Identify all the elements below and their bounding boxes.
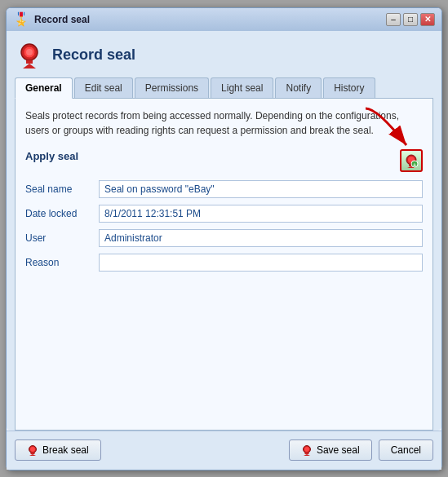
title-bar-title: Record seal xyxy=(34,14,90,25)
svg-point-2 xyxy=(26,49,33,55)
main-panel: Seals protect records from being accesse… xyxy=(15,99,433,431)
title-bar-controls: – □ ✕ xyxy=(386,13,435,26)
svg-point-13 xyxy=(30,447,35,452)
input-seal-name[interactable] xyxy=(99,180,423,198)
input-date-locked[interactable] xyxy=(99,205,423,223)
break-seal-icon xyxy=(27,444,38,456)
tab-bar: General Edit seal Permissions Light seal… xyxy=(15,77,433,99)
form-row-reason: Reason xyxy=(25,254,423,272)
tab-history[interactable]: History xyxy=(323,77,375,98)
header-section: Record seal xyxy=(15,39,433,71)
label-date-locked: Date locked xyxy=(25,208,99,219)
svg-rect-18 xyxy=(304,453,308,454)
save-seal-button[interactable]: Save seal xyxy=(289,439,372,461)
apply-seal-header: Apply seal + xyxy=(25,149,423,172)
apply-seal-button[interactable]: + xyxy=(400,149,423,172)
input-reason[interactable] xyxy=(99,254,423,272)
record-seal-window: 🎖️ Record seal – □ ✕ Record seal xyxy=(6,7,442,470)
header-icon xyxy=(15,39,44,71)
info-text: Seals protect records from being accesse… xyxy=(25,108,423,138)
footer: Break seal Save seal Cancel xyxy=(7,431,441,470)
tab-notify[interactable]: Notify xyxy=(275,77,322,98)
svg-text:+: + xyxy=(413,161,416,167)
label-seal-name: Seal name xyxy=(25,183,99,195)
label-user: User xyxy=(25,232,99,244)
form-row-seal-name: Seal name xyxy=(25,180,423,198)
maximize-button[interactable]: □ xyxy=(403,13,418,26)
title-bar-left: 🎖️ Record seal xyxy=(13,11,90,27)
tab-edit-seal[interactable]: Edit seal xyxy=(74,77,133,98)
footer-right: Save seal Cancel xyxy=(289,439,433,461)
svg-marker-4 xyxy=(23,64,36,68)
cancel-button[interactable]: Cancel xyxy=(379,439,433,461)
minimize-button[interactable]: – xyxy=(386,13,401,26)
label-reason: Reason xyxy=(25,257,99,268)
tab-general[interactable]: General xyxy=(15,77,73,99)
tab-permissions[interactable]: Permissions xyxy=(135,77,209,98)
title-bar: 🎖️ Record seal – □ ✕ xyxy=(7,8,441,31)
title-bar-icon: 🎖️ xyxy=(13,11,29,27)
break-seal-button[interactable]: Break seal xyxy=(15,439,101,461)
svg-rect-14 xyxy=(31,453,35,454)
close-button[interactable]: ✕ xyxy=(420,13,435,26)
svg-marker-19 xyxy=(304,454,310,456)
apply-seal-title: Apply seal xyxy=(25,150,78,162)
svg-rect-3 xyxy=(26,60,33,64)
form-row-date-locked: Date locked xyxy=(25,205,423,223)
svg-point-17 xyxy=(304,447,309,452)
window-content: Record seal General Edit seal Permission… xyxy=(7,31,441,431)
save-seal-icon xyxy=(301,444,313,456)
form-row-user: User xyxy=(25,229,423,247)
tab-light-seal[interactable]: Light seal xyxy=(211,77,273,98)
page-title: Record seal xyxy=(52,46,135,64)
input-user[interactable] xyxy=(99,229,423,247)
svg-marker-15 xyxy=(29,454,36,456)
